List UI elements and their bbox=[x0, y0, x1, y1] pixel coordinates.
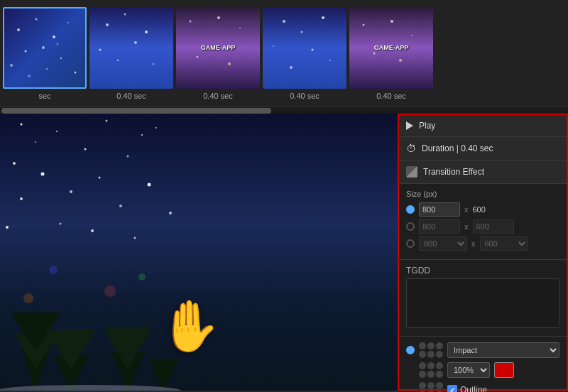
dot-1-6 bbox=[436, 351, 443, 358]
svg-point-6 bbox=[60, 58, 62, 59]
text-area-section: TGDD bbox=[399, 260, 567, 337]
svg-point-34 bbox=[373, 52, 376, 54]
thumb-label-3: 0.40 sec bbox=[290, 92, 320, 100]
timeline-scrollbar-area[interactable] bbox=[0, 107, 568, 114]
size-width-1 bbox=[419, 219, 460, 234]
outline-checkbox-container[interactable]: ✓ Outline bbox=[447, 385, 487, 392]
timeline-item-0[interactable]: sec bbox=[3, 7, 87, 100]
svg-point-0 bbox=[17, 28, 20, 31]
svg-point-1 bbox=[36, 18, 38, 20]
svg-point-18 bbox=[153, 62, 155, 65]
dot-3-1 bbox=[419, 382, 426, 389]
timeline-item-1[interactable]: 0.40 sec bbox=[89, 7, 173, 100]
svg-marker-65 bbox=[110, 352, 146, 391]
dot-1-5 bbox=[427, 351, 435, 358]
svg-point-27 bbox=[273, 45, 274, 47]
size-width-select-2: 800 bbox=[419, 236, 467, 251]
svg-marker-64 bbox=[46, 330, 96, 369]
dot-3-2 bbox=[427, 382, 435, 389]
svg-point-39 bbox=[141, 134, 143, 136]
svg-point-2 bbox=[53, 36, 55, 38]
svg-point-19 bbox=[190, 20, 192, 22]
svg-marker-66 bbox=[103, 327, 153, 369]
svg-point-59 bbox=[23, 293, 33, 303]
svg-point-30 bbox=[329, 60, 331, 61]
timer-icon: ⏱ bbox=[406, 143, 416, 154]
svg-point-25 bbox=[301, 31, 303, 33]
svg-point-57 bbox=[104, 285, 116, 297]
svg-point-4 bbox=[25, 50, 27, 52]
svg-point-32 bbox=[390, 20, 393, 23]
svg-point-33 bbox=[411, 35, 413, 36]
svg-point-56 bbox=[49, 266, 58, 274]
outline-checkbox[interactable]: ✓ bbox=[447, 385, 457, 392]
transition-label: Transition Effect bbox=[423, 167, 484, 177]
thumb-label-2: 0.40 sec bbox=[203, 92, 233, 100]
dot-3-3 bbox=[436, 382, 443, 389]
size-width-0[interactable] bbox=[419, 202, 460, 217]
svg-point-17 bbox=[117, 60, 119, 61]
timeline-item-3[interactable]: 0.40 sec bbox=[263, 7, 346, 100]
size-section: Size (px) x 600 x 800 x bbox=[399, 184, 567, 260]
font-dot-grid-2 bbox=[419, 362, 443, 378]
dot-2-3 bbox=[436, 362, 443, 369]
dot-2-2 bbox=[427, 362, 435, 369]
svg-point-53 bbox=[91, 229, 94, 232]
svg-point-48 bbox=[119, 205, 122, 207]
thumb-image-0 bbox=[3, 7, 87, 89]
text-area-input[interactable] bbox=[406, 278, 559, 328]
svg-point-16 bbox=[134, 41, 137, 44]
outline-label: Outline bbox=[460, 385, 487, 392]
duration-button[interactable]: ⏱ Duration | 0.40 sec bbox=[399, 137, 567, 160]
svg-point-54 bbox=[134, 237, 136, 239]
color-swatch[interactable] bbox=[494, 362, 514, 378]
main-area: 🤚 Play ⏱ Duration | 0.40 sec Transition … bbox=[0, 114, 568, 391]
svg-marker-63 bbox=[53, 355, 89, 391]
transition-button[interactable]: Transition Effect bbox=[399, 160, 567, 184]
timeline-item-4[interactable]: GAME-APP 0.40 sec bbox=[349, 7, 433, 100]
hand-cursor: 🤚 bbox=[158, 297, 220, 355]
svg-point-47 bbox=[99, 177, 101, 179]
size-radio-0[interactable] bbox=[406, 205, 415, 214]
timeline-scrollbar[interactable] bbox=[1, 108, 271, 114]
svg-point-21 bbox=[239, 28, 241, 29]
size-height-0-text: 600 bbox=[473, 205, 486, 214]
play-button[interactable]: Play bbox=[399, 115, 567, 137]
svg-point-41 bbox=[84, 148, 87, 151]
svg-point-26 bbox=[322, 16, 324, 19]
font-dot-grid-3 bbox=[419, 382, 443, 392]
thumb-image-4: GAME-APP bbox=[349, 7, 433, 89]
svg-marker-62 bbox=[11, 312, 60, 352]
svg-point-45 bbox=[41, 173, 45, 176]
font-size-percent-select[interactable]: 100% 50% 75% 150% 200% bbox=[447, 362, 490, 378]
svg-point-24 bbox=[283, 20, 285, 23]
size-height-select-2: 600 bbox=[480, 236, 528, 251]
checkmark-icon: ✓ bbox=[449, 386, 455, 393]
svg-point-68 bbox=[0, 385, 181, 391]
svg-point-49 bbox=[148, 183, 151, 187]
tgdd-label: TGDD bbox=[406, 266, 559, 276]
font-name-select[interactable]: Impact Arial Times New Roman bbox=[447, 342, 559, 358]
preview-panel: 🤚 bbox=[0, 114, 398, 391]
size-radio-2[interactable] bbox=[406, 239, 415, 248]
timeline-item-2[interactable]: GAME-APP 0.40 sec bbox=[176, 7, 260, 100]
svg-point-8 bbox=[75, 71, 77, 73]
font-section: Impact Arial Times New Roman 100% bbox=[399, 337, 567, 392]
font-radio-active[interactable] bbox=[406, 346, 415, 354]
size-row-2: 800 x 600 bbox=[406, 236, 559, 251]
svg-point-3 bbox=[67, 22, 69, 23]
svg-point-31 bbox=[363, 23, 365, 26]
transition-icon bbox=[406, 166, 417, 178]
dot-1-3 bbox=[436, 342, 443, 349]
svg-point-23 bbox=[228, 62, 231, 65]
svg-point-11 bbox=[57, 43, 59, 45]
size-row-0: x 600 bbox=[406, 202, 559, 217]
size-radio-1[interactable] bbox=[406, 222, 415, 231]
svg-point-35 bbox=[399, 59, 402, 62]
font-row-2: 100% 50% 75% 150% 200% bbox=[406, 362, 559, 378]
play-label: Play bbox=[419, 121, 435, 131]
svg-point-43 bbox=[127, 156, 129, 158]
svg-point-15 bbox=[99, 48, 102, 50]
x-label-1: x bbox=[464, 222, 469, 231]
svg-marker-61 bbox=[14, 334, 57, 369]
